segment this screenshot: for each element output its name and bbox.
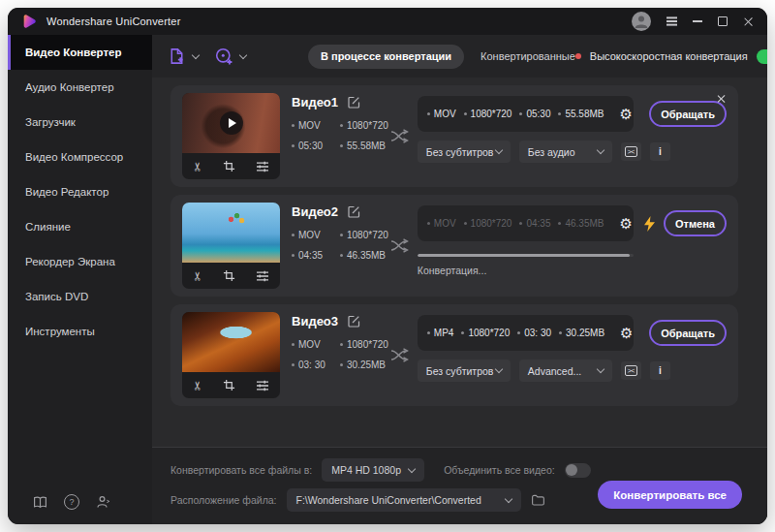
out-size: 30.25MB <box>566 328 604 338</box>
src-format: MOV <box>298 230 321 240</box>
src-resolution: 1080*720 <box>347 339 388 350</box>
audio-select[interactable]: Advanced... <box>519 360 612 382</box>
sidebar-item-video-compressor[interactable]: Видео Компрессор <box>8 140 152 174</box>
src-size: 46.35MB <box>347 250 386 261</box>
src-resolution: 1080*720 <box>347 120 388 131</box>
sidebar-item-video-editor[interactable]: Видео Редактор <box>8 174 152 209</box>
video-thumbnail <box>182 93 280 153</box>
compress-icon[interactable]: >< <box>621 142 641 161</box>
tab-converted[interactable]: Конвертированные <box>480 50 575 62</box>
media-info-icon[interactable]: i <box>650 142 670 161</box>
merge-label: Объединить все видео: <box>444 464 555 476</box>
trim-icon[interactable]: ✂ <box>192 380 203 390</box>
cancel-button[interactable]: Отмена <box>664 210 727 236</box>
trim-icon[interactable]: ✂ <box>192 270 203 280</box>
sidebar-item-downloader[interactable]: Загрузчик <box>8 105 152 140</box>
compress-icon[interactable]: >< <box>621 361 641 380</box>
account-avatar[interactable] <box>632 12 651 31</box>
src-format: MOV <box>298 120 321 131</box>
settings-gear-icon[interactable]: ⚙ <box>620 326 633 340</box>
bottom-bar: Конвертировать все файлы в: MP4 HD 1080p… <box>152 447 767 524</box>
sidebar-item-audio-converter[interactable]: Аудио Конвертер <box>8 70 152 105</box>
output-settings-box[interactable]: MP4 1080*720 03: 30 30.25MB ⚙ <box>418 315 634 351</box>
out-resolution: 1080*720 <box>471 218 512 229</box>
video-thumbnail <box>182 203 280 263</box>
menu-icon[interactable] <box>666 20 677 21</box>
file-location-label: Расположение файла: <box>170 494 277 506</box>
effects-icon[interactable] <box>256 380 269 391</box>
minimize-icon[interactable] <box>693 20 702 21</box>
output-settings-box[interactable]: MOV 1080*720 04:35 46.35MB ⚙ <box>418 205 634 241</box>
alert-dot <box>575 53 581 59</box>
convert-all-to-label: Конвертировать все файлы в: <box>170 464 312 476</box>
convert-button[interactable]: Обращать <box>649 101 727 127</box>
video-title: Видео1 <box>292 95 338 110</box>
add-disc-button[interactable] <box>214 47 246 66</box>
output-format-select[interactable]: MP4 HD 1080p <box>322 458 424 482</box>
video-row-3: ✂ Видео3 <box>170 304 738 406</box>
src-duration: 04:35 <box>298 250 323 261</box>
merge-toggle[interactable] <box>565 463 591 478</box>
audio-select[interactable]: Без аудио <box>519 141 612 163</box>
remove-task-icon[interactable] <box>716 94 726 104</box>
title-bar: Wondershare UniConverter <box>8 8 767 35</box>
settings-gear-icon[interactable]: ⚙ <box>620 216 633 231</box>
video-title: Видео3 <box>292 314 338 329</box>
rename-icon[interactable] <box>348 96 360 109</box>
app-logo-icon <box>21 14 38 29</box>
out-resolution: 1080*720 <box>468 328 510 338</box>
src-size: 30.25MB <box>347 360 386 370</box>
sidebar-item-tools[interactable]: Инструменты <box>8 314 152 349</box>
tab-converting[interactable]: В процессе конвертации <box>308 45 464 69</box>
highspeed-toggle[interactable] <box>757 49 767 64</box>
video-title: Видео2 <box>292 204 338 219</box>
rename-icon[interactable] <box>348 205 360 218</box>
subtitle-select[interactable]: Без субтитров <box>418 360 511 382</box>
crop-icon[interactable] <box>223 269 235 282</box>
subtitle-select[interactable]: Без субтитров <box>418 141 511 163</box>
trim-icon[interactable]: ✂ <box>192 161 203 171</box>
out-size: 46.35MB <box>565 218 604 229</box>
user-community-icon[interactable] <box>96 495 110 509</box>
crop-icon[interactable] <box>223 160 235 172</box>
out-format: MP4 <box>434 328 454 338</box>
media-info-icon[interactable]: i <box>650 361 670 380</box>
close-icon[interactable] <box>743 16 754 27</box>
video-thumbnail <box>182 312 280 372</box>
convert-direction-icon <box>390 203 412 289</box>
output-settings-box[interactable]: MOV 1080*720 05:30 55.58MB ⚙ <box>418 96 634 132</box>
help-icon[interactable]: ? <box>64 494 79 510</box>
src-duration: 05:30 <box>298 141 323 151</box>
play-icon[interactable] <box>220 111 243 135</box>
effects-icon[interactable] <box>256 270 269 282</box>
settings-gear-icon[interactable]: ⚙ <box>620 107 633 121</box>
convert-all-button[interactable]: Конвертировать все <box>598 481 742 509</box>
add-file-button[interactable] <box>168 47 199 66</box>
out-size: 55.58MB <box>565 109 604 119</box>
convert-direction-icon <box>390 93 412 179</box>
highspeed-lightning-icon <box>644 216 655 232</box>
rename-icon[interactable] <box>348 315 360 328</box>
thumbnail-block: ✂ <box>182 203 280 289</box>
convert-direction-icon <box>390 312 412 398</box>
guide-book-icon[interactable] <box>33 496 47 509</box>
convert-button[interactable]: Обращать <box>649 320 727 346</box>
out-resolution: 1080*720 <box>471 109 512 119</box>
thumbnail-block: ✂ <box>182 93 280 179</box>
crop-icon[interactable] <box>223 379 235 391</box>
app-title: Wondershare UniConverter <box>46 16 181 27</box>
effects-icon[interactable] <box>256 161 269 172</box>
app-window: Wondershare UniConverter Видео Конвертер… <box>8 8 767 524</box>
file-location-select[interactable]: F:\Wondershare UniConverter\Converted <box>287 488 521 512</box>
out-duration: 04:35 <box>526 218 550 229</box>
open-folder-icon[interactable] <box>531 493 545 507</box>
toolbar: В процессе конвертации Конвертированные … <box>152 35 767 78</box>
maximize-icon[interactable] <box>718 16 728 26</box>
sidebar-item-dvd-burn[interactable]: Запись DVD <box>8 279 152 314</box>
sidebar: Видео Конвертер Аудио Конвертер Загрузчи… <box>8 35 152 524</box>
out-duration: 05:30 <box>526 109 550 119</box>
sidebar-item-screen-recorder[interactable]: Рекордер Экрана <box>8 244 152 279</box>
sidebar-item-merge[interactable]: Слияние <box>8 209 152 244</box>
out-duration: 03: 30 <box>524 328 551 338</box>
sidebar-item-video-converter[interactable]: Видео Конвертер <box>8 35 152 70</box>
